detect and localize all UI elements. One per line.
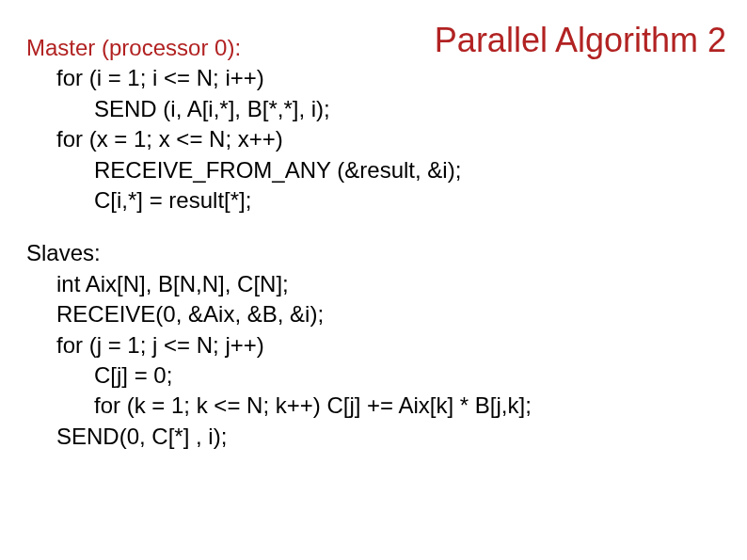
code-line: SEND (i, A[i,*], B[*,*], i); (26, 94, 724, 124)
code-line: SEND(0, C[*] , i); (26, 422, 724, 452)
code-line: for (x = 1; x <= N; x++) (26, 124, 724, 154)
code-line: for (k = 1; k <= N; k++) C[j] += Aix[k] … (26, 391, 724, 421)
slaves-label: Slaves: (26, 238, 724, 268)
code-line: C[j] = 0; (26, 360, 724, 391)
master-block: Master (processor 0): for (i = 1; i <= N… (26, 33, 724, 216)
code-line: for (j = 1; j <= N; j++) (26, 330, 724, 360)
code-line: for (i = 1; i <= N; i++) (26, 63, 724, 93)
code-line: RECEIVE(0, &Aix, &B, &i); (26, 299, 724, 329)
slaves-block: Slaves: int Aix[N], B[N,N], C[N]; RECEIV… (26, 238, 724, 452)
master-label: Master (processor 0): (26, 35, 241, 60)
code-line: C[i,*] = result[*]; (26, 185, 724, 216)
code-line: RECEIVE_FROM_ANY (&result, &i); (26, 155, 724, 185)
slide-body: Master (processor 0): for (i = 1; i <= N… (26, 33, 724, 452)
code-line: int Aix[N], B[N,N], C[N]; (26, 269, 724, 299)
